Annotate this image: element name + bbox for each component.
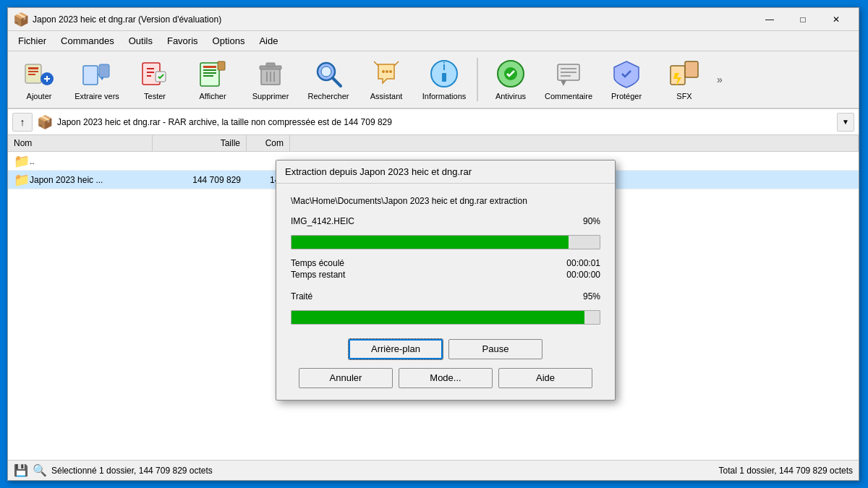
toolbar: Ajouter Extraire vers Tes bbox=[8, 51, 859, 109]
sfx-label: SFX bbox=[676, 92, 692, 100]
svg-rect-3 bbox=[28, 74, 35, 75]
svg-rect-35 bbox=[685, 61, 698, 77]
svg-rect-2 bbox=[28, 71, 38, 72]
window-title: Japon 2023 heic et dng.rar (Version d'év… bbox=[33, 14, 753, 25]
tester-icon bbox=[140, 59, 170, 89]
status-bar: 💾 🔍 Sélectionné 1 dossier, 144 709 829 o… bbox=[8, 460, 859, 480]
menu-outils[interactable]: Outils bbox=[122, 33, 160, 49]
svg-rect-6 bbox=[46, 76, 48, 82]
dialog-treated-row: Traité 95% bbox=[291, 291, 600, 301]
svg-rect-29 bbox=[442, 73, 446, 82]
assistant-icon bbox=[371, 59, 401, 89]
dialog-path: \Mac\Home\Documents\Japon 2023 heic et d… bbox=[291, 195, 600, 207]
svg-text:i: i bbox=[443, 61, 446, 72]
supprimer-icon bbox=[255, 59, 286, 89]
dialog-body: \Mac\Home\Documents\Japon 2023 heic et d… bbox=[276, 184, 615, 400]
toolbar-ajouter[interactable]: Ajouter bbox=[11, 53, 67, 106]
maximize-button[interactable]: □ bbox=[786, 8, 820, 31]
file-size bbox=[153, 160, 247, 163]
afficher-label: Afficher bbox=[199, 92, 226, 100]
toolbar-separator bbox=[477, 58, 478, 101]
extraire-label: Extraire vers bbox=[75, 92, 119, 100]
time-elapsed-value: 00:00:01 bbox=[566, 258, 600, 268]
status-drive-icon: 💾 bbox=[14, 463, 28, 477]
svg-point-22 bbox=[321, 67, 331, 77]
svg-rect-20 bbox=[266, 63, 275, 67]
svg-rect-17 bbox=[218, 61, 225, 70]
time-remaining-value: 00:00:00 bbox=[566, 270, 600, 280]
main-window: 📦 Japon 2023 heic et dng.rar (Version d'… bbox=[7, 7, 859, 481]
menu-options[interactable]: Options bbox=[205, 33, 252, 49]
file-progress-bar bbox=[291, 235, 600, 249]
commentaire-label: Commentaire bbox=[545, 92, 592, 100]
toolbar-rechercher[interactable]: Rechercher bbox=[300, 53, 357, 106]
cancel-button[interactable]: Annuler bbox=[299, 368, 393, 388]
status-search-icon: 🔍 bbox=[33, 463, 47, 477]
supprimer-label: Supprimer bbox=[252, 92, 289, 100]
time-remaining-row: Temps restant 00:00:00 bbox=[291, 270, 600, 280]
time-elapsed-row: Temps écoulé 00:00:01 bbox=[291, 258, 600, 268]
pause-button[interactable]: Pause bbox=[448, 339, 542, 359]
status-right: Total 1 dossier, 144 709 829 octets bbox=[719, 466, 853, 476]
menu-commandes[interactable]: Commandes bbox=[54, 33, 122, 49]
menu-aide[interactable]: Aide bbox=[252, 33, 285, 49]
up-button[interactable]: ↑ bbox=[12, 113, 33, 132]
toolbar-informations[interactable]: i Informations bbox=[416, 53, 472, 106]
ajouter-label: Ajouter bbox=[27, 92, 52, 100]
help-button[interactable]: Aide bbox=[498, 368, 592, 388]
col-header-nom[interactable]: Nom bbox=[8, 135, 153, 151]
time-elapsed-label: Temps écoulé bbox=[291, 258, 344, 268]
rechercher-icon bbox=[313, 59, 344, 89]
dialog-times: Temps écoulé 00:00:01 Temps restant 00:0… bbox=[291, 258, 600, 280]
toolbar-commentaire[interactable]: Commentaire bbox=[540, 53, 597, 106]
folder-icon: 📁 bbox=[14, 172, 30, 188]
treated-progress-bar bbox=[291, 310, 600, 325]
address-text: Japon 2023 heic et dng.rar - RAR archive… bbox=[57, 117, 833, 127]
minimize-button[interactable]: — bbox=[753, 8, 786, 31]
col-header-comp[interactable]: Com bbox=[247, 135, 290, 151]
col-header-rest[interactable] bbox=[290, 135, 859, 151]
toolbar-afficher[interactable]: Afficher bbox=[184, 53, 241, 106]
toolbar-tester[interactable]: Tester bbox=[127, 53, 183, 106]
informations-label: Informations bbox=[422, 92, 467, 100]
mode-button[interactable]: Mode... bbox=[399, 368, 493, 388]
close-button[interactable]: ✕ bbox=[820, 8, 853, 31]
svg-rect-1 bbox=[28, 67, 38, 69]
toolbar-extraire[interactable]: Extraire vers bbox=[69, 53, 125, 106]
file-progress-fill bbox=[292, 236, 569, 249]
proteger-label: Protéger bbox=[611, 92, 642, 100]
svg-point-25 bbox=[386, 70, 388, 73]
toolbar-supprimer[interactable]: Supprimer bbox=[242, 53, 299, 106]
address-dropdown[interactable]: ▼ bbox=[837, 113, 854, 132]
proteger-icon bbox=[611, 59, 642, 89]
svg-rect-9 bbox=[99, 64, 109, 77]
file-name: Japon 2023 heic ... bbox=[30, 175, 103, 185]
commentaire-icon bbox=[553, 59, 584, 89]
extraction-dialog: Extraction depuis Japon 2023 heic et dng… bbox=[276, 160, 616, 401]
tester-label: Tester bbox=[144, 92, 166, 100]
svg-point-26 bbox=[389, 70, 392, 73]
afficher-icon bbox=[197, 59, 228, 89]
extraire-icon bbox=[82, 59, 112, 89]
svg-point-24 bbox=[382, 70, 385, 73]
col-header-taille[interactable]: Taille bbox=[153, 135, 247, 151]
toolbar-assistant[interactable]: Assistant bbox=[358, 53, 414, 106]
antivirus-icon bbox=[495, 59, 526, 89]
toolbar-antivirus[interactable]: Antivirus bbox=[482, 53, 539, 106]
menu-bar: Fichier Commandes Outils Favoris Options… bbox=[8, 31, 859, 51]
dialog-file-percent: 90% bbox=[583, 216, 600, 226]
time-remaining-label: Temps restant bbox=[291, 270, 345, 280]
dialog-title: Extraction depuis Japon 2023 heic et dng… bbox=[276, 160, 615, 184]
svg-line-23 bbox=[333, 78, 341, 86]
toolbar-sfx[interactable]: SFX bbox=[656, 53, 712, 106]
menu-favoris[interactable]: Favoris bbox=[160, 33, 205, 49]
background-button[interactable]: Arrière-plan bbox=[349, 339, 443, 359]
menu-fichier[interactable]: Fichier bbox=[11, 33, 54, 49]
toolbar-proteger[interactable]: Protéger bbox=[598, 53, 655, 106]
address-bar: ↑ 📦 Japon 2023 heic et dng.rar - RAR arc… bbox=[8, 109, 859, 135]
svg-rect-7 bbox=[83, 66, 98, 85]
status-left: Sélectionné 1 dossier, 144 709 829 octet… bbox=[51, 466, 719, 476]
informations-icon: i bbox=[429, 59, 459, 89]
file-name: .. bbox=[30, 156, 35, 166]
toolbar-more-button[interactable]: » bbox=[714, 71, 726, 88]
